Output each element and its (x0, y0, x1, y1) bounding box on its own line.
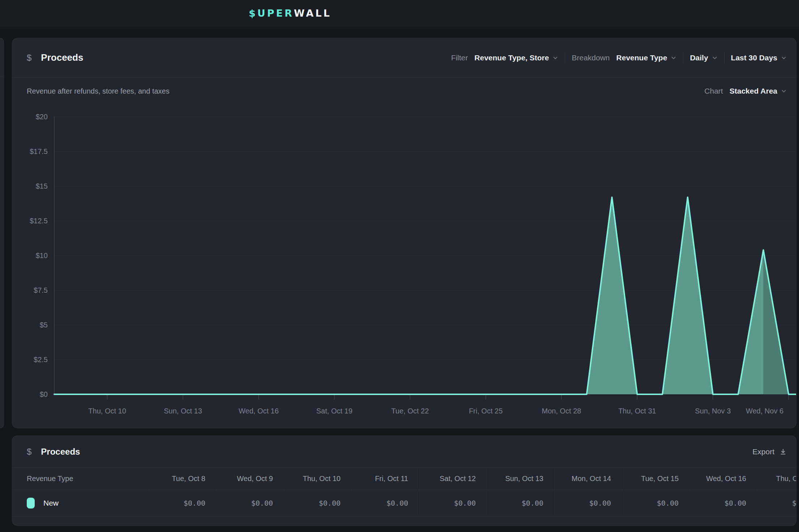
export-button-label: Export (752, 447, 774, 456)
table-value-cell: $0.00 (487, 490, 554, 516)
table-value-cell: $0.00 (351, 490, 419, 516)
table-header-cell: Tue, Oct 8 (149, 468, 216, 490)
table-header-cell: Wed, Oct 16 (689, 468, 757, 490)
table-value-cell: $0.00 (419, 490, 487, 516)
chevron-down-icon (781, 55, 787, 61)
controls-divider (565, 52, 565, 64)
granularity-dropdown[interactable]: Daily (690, 53, 717, 62)
chart-card-header: $ Proceeds Filter Revenue Type, Store Br… (12, 38, 796, 77)
x-axis-label: Wed, Nov 6 (746, 407, 783, 415)
dollar-icon: $ (27, 447, 31, 457)
table-value-cell: $0.00 (554, 490, 622, 516)
y-axis-label: $15 (36, 182, 48, 190)
x-axis-label: Sun, Oct 13 (164, 407, 202, 415)
y-axis-label: $17.5 (30, 147, 48, 155)
row-label-cell: New (12, 490, 149, 516)
proceeds-table: Revenue Type Tue, Oct 8Wed, Oct 9Thu, Oc… (12, 468, 796, 516)
y-axis-label: $0 (40, 390, 48, 398)
table-card-header: $ Proceeds Export (12, 436, 796, 468)
table-header-cell: Mon, Oct 14 (554, 468, 622, 490)
date-range-dropdown[interactable]: Last 30 Days (731, 53, 787, 62)
granularity-dropdown-value: Daily (690, 53, 708, 62)
table-header-row: Revenue Type Tue, Oct 8Wed, Oct 9Thu, Oc… (12, 468, 796, 490)
table-header-cell: Thu, Oct 10 (284, 468, 351, 490)
y-axis-label: $5 (40, 321, 48, 329)
series-color-swatch (27, 498, 35, 509)
top-nav-bar: $UPERWALL (0, 0, 799, 26)
stacked-area-chart: $0$2.5$5$7.5$10$12.5$15$17.5$20Thu, Oct … (12, 77, 796, 428)
chart-canvas: $0$2.5$5$7.5$10$12.5$15$17.5$20Thu, Oct … (12, 77, 796, 428)
x-axis-label: Fri, Oct 25 (469, 407, 503, 415)
chevron-down-icon (671, 55, 676, 61)
export-button[interactable]: Export (752, 447, 787, 456)
table-value-cell: $0.00 (216, 490, 284, 516)
x-axis-label: Sun, Nov 3 (695, 407, 731, 415)
date-range-dropdown-value: Last 30 Days (731, 53, 777, 62)
adjacent-card-divider (0, 77, 4, 77)
table-value-cell: $0.00 (149, 490, 216, 516)
y-axis-label: $2.5 (34, 356, 48, 364)
superwall-logo[interactable]: $UPERWALL (249, 0, 332, 26)
table-card-title: Proceeds (41, 447, 80, 457)
chart-controls: Filter Revenue Type, Store Breakdown Rev… (451, 52, 787, 64)
chart-card-title: Proceeds (41, 52, 83, 63)
filter-label: Filter (451, 53, 468, 62)
x-axis-label: Tue, Oct 22 (391, 407, 429, 415)
table-header-cell: Wed, Oct 9 (216, 468, 284, 490)
table-header-cell: Fri, Oct 11 (351, 468, 419, 490)
x-axis-label: Thu, Oct 10 (88, 407, 126, 415)
table-value-cell: $0.00 (284, 490, 351, 516)
chevron-down-icon (552, 55, 558, 61)
table-header-cell: Tue, Oct 15 (622, 468, 689, 490)
filter-dropdown[interactable]: Revenue Type, Store (474, 53, 558, 62)
table-header-cell: Sun, Oct 13 (487, 468, 554, 490)
proceeds-table-card: $ Proceeds Export Revenue Type Tue, Oct … (12, 436, 796, 526)
x-axis-label: Sat, Oct 19 (316, 407, 352, 415)
proceeds-chart-card: $ Proceeds Filter Revenue Type, Store Br… (12, 38, 796, 428)
table-value-cell: $0.00 (622, 490, 689, 516)
table-header-cell: Thu, Oct 17 (757, 468, 796, 490)
x-axis-label: Wed, Oct 16 (239, 407, 279, 415)
download-icon (779, 448, 787, 455)
logo-rest-text: WALL (294, 8, 332, 19)
table-value-cell: $0.00 (757, 490, 796, 516)
table-header-cell: Sat, Oct 12 (419, 468, 487, 490)
chevron-down-icon (712, 55, 718, 61)
controls-divider (683, 52, 683, 64)
chart-card-title-group: $ Proceeds (27, 52, 83, 63)
breakdown-dropdown[interactable]: Revenue Type (616, 53, 677, 62)
series-name: New (43, 499, 59, 507)
controls-divider (724, 52, 725, 64)
y-axis-label: $10 (36, 252, 48, 259)
dollar-icon: $ (27, 53, 31, 63)
logo-accent-text: $UPER (249, 8, 294, 19)
x-axis-label: Mon, Oct 28 (542, 407, 581, 415)
breakdown-dropdown-value: Revenue Type (616, 53, 667, 62)
table-header-first-cell: Revenue Type (12, 468, 149, 490)
breakdown-label: Breakdown (572, 53, 610, 62)
y-axis-label: $7.5 (34, 286, 48, 294)
table-row: New$0.00$0.00$0.00$0.00$0.00$0.00$0.00$0… (12, 490, 796, 516)
adjacent-card-edge (0, 38, 4, 428)
x-axis-label: Thu, Oct 31 (618, 407, 656, 415)
y-axis-label: $12.5 (30, 217, 48, 225)
y-axis-label: $20 (36, 113, 48, 121)
filter-dropdown-value: Revenue Type, Store (474, 53, 549, 62)
table-card-title-group: $ Proceeds (27, 447, 80, 457)
table-value-cell: $0.00 (689, 490, 757, 516)
